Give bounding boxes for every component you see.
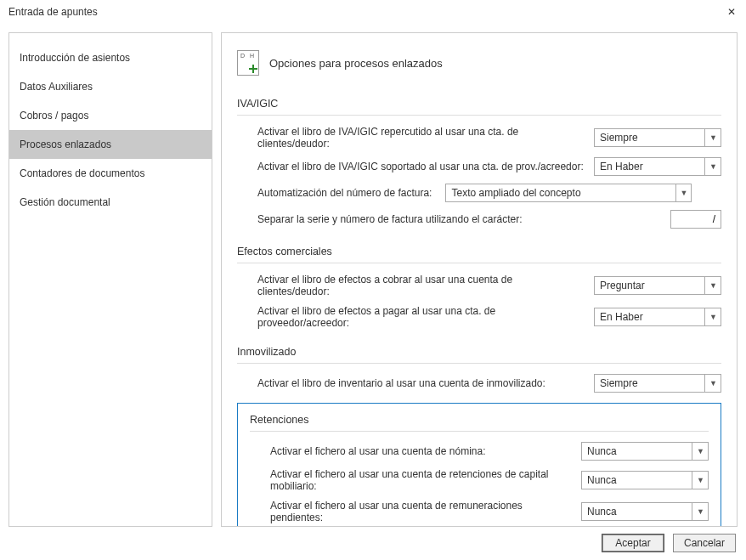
document-plus-icon (237, 50, 259, 76)
iva-auto-num-label: Automatización del número de factura: (257, 187, 445, 199)
iva-repercutido-value: Siempre (600, 132, 638, 144)
iva-auto-num-select[interactable]: Texto ampliado del concepto ▼ (445, 184, 692, 202)
chevron-down-icon: ▼ (704, 158, 717, 175)
ret-remun-label: Activar el fichero al usar una cuenta de… (270, 500, 581, 523)
ret-capital-select[interactable]: Nunca ▼ (581, 471, 709, 489)
cancel-button[interactable]: Cancelar (673, 534, 736, 552)
accept-button[interactable]: Aceptar (602, 534, 664, 552)
sidebar-item-introduccion[interactable]: Introducción de asientos (9, 43, 212, 72)
titlebar: Entrada de apuntes ✕ (0, 0, 746, 24)
close-icon[interactable]: ✕ (727, 7, 736, 17)
efectos-cobrar-label: Activar el libro de efectos a cobrar al … (257, 274, 594, 297)
ret-nomina-label: Activar el fichero al usar una cuenta de… (270, 445, 581, 457)
ret-capital-label: Activar el fichero al usar una cuenta de… (270, 468, 581, 492)
inmovilizado-value: Siempre (600, 377, 638, 389)
section-iva-title: IVA/IGIC (237, 91, 721, 116)
chevron-down-icon: ▼ (704, 129, 717, 146)
ret-nomina-select[interactable]: Nunca ▼ (581, 442, 709, 461)
efectos-pagar-label: Activar el libro de efectos a pagar al u… (257, 305, 594, 329)
chevron-down-icon: ▼ (704, 308, 717, 325)
efectos-cobrar-value: Preguntar (600, 280, 645, 291)
ret-remun-value: Nunca (587, 506, 617, 518)
iva-soportado-value: En Haber (600, 161, 643, 173)
section-efectos-title: Efectos comerciales (237, 239, 721, 263)
iva-sep-label: Separar la serie y número de factura uti… (257, 213, 670, 225)
efectos-cobrar-select[interactable]: Preguntar ▼ (594, 276, 721, 295)
chevron-down-icon: ▼ (692, 503, 704, 520)
iva-soportado-select[interactable]: En Haber ▼ (594, 157, 721, 176)
iva-soportado-label: Activar el libro de IVA/IGIC soportado a… (257, 161, 594, 173)
inmovilizado-label: Activar el libro de inventario al usar u… (257, 377, 594, 389)
ret-capital-value: Nunca (587, 474, 617, 486)
chevron-down-icon: ▼ (704, 375, 717, 392)
iva-repercutido-label: Activar el libro de IVA/IGIC repercutido… (257, 126, 594, 150)
main-panel: Opciones para procesos enlazados IVA/IGI… (221, 32, 738, 527)
sidebar-item-cobros-pagos[interactable]: Cobros / pagos (9, 101, 212, 130)
chevron-down-icon: ▼ (704, 277, 717, 294)
sidebar-item-contadores[interactable]: Contadores de documentos (9, 159, 212, 188)
ret-nomina-value: Nunca (587, 445, 617, 457)
sidebar-item-gestion-documental[interactable]: Gestión documental (9, 188, 212, 217)
iva-sep-input[interactable] (670, 210, 721, 229)
retenciones-highlight: Retenciones Activar el fichero al usar u… (237, 403, 721, 527)
page-title: Opciones para procesos enlazados (269, 57, 443, 70)
dialog-footer: Aceptar Cancelar (0, 527, 746, 560)
iva-repercutido-select[interactable]: Siempre ▼ (594, 128, 721, 147)
window-title: Entrada de apuntes (8, 6, 98, 18)
sidebar: Introducción de asientos Datos Auxiliare… (8, 32, 212, 527)
iva-auto-num-value: Texto ampliado del concepto (451, 187, 580, 199)
chevron-down-icon: ▼ (675, 184, 688, 201)
section-inmovilizado-title: Inmovilizado (237, 339, 721, 364)
sidebar-item-procesos-enlazados[interactable]: Procesos enlazados (9, 130, 212, 159)
chevron-down-icon: ▼ (692, 472, 704, 489)
sidebar-item-datos-auxiliares[interactable]: Datos Auxiliares (9, 72, 212, 101)
section-retenciones-title: Retenciones (250, 414, 709, 432)
ret-remun-select[interactable]: Nunca ▼ (581, 502, 709, 521)
efectos-pagar-value: En Haber (600, 311, 643, 323)
chevron-down-icon: ▼ (692, 443, 704, 460)
efectos-pagar-select[interactable]: En Haber ▼ (594, 308, 721, 326)
inmovilizado-select[interactable]: Siempre ▼ (594, 374, 721, 393)
